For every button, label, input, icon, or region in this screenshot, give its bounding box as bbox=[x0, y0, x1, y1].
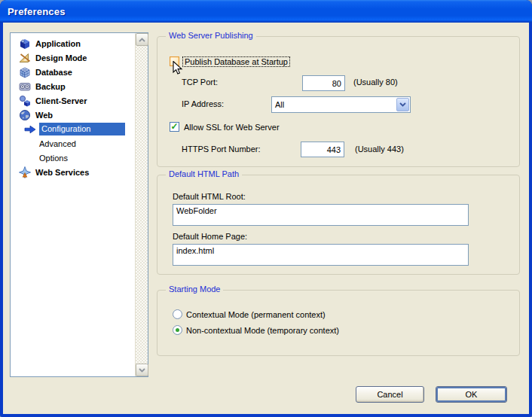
chevron-up-icon bbox=[139, 38, 145, 42]
web-globe-icon bbox=[18, 109, 31, 121]
sidebar-item-design-mode[interactable]: Design Mode bbox=[11, 50, 135, 65]
tcp-port-input[interactable] bbox=[302, 75, 345, 91]
default-html-root-input[interactable]: WebFolder bbox=[173, 204, 469, 226]
tcp-port-label: TCP Port: bbox=[182, 78, 218, 87]
contextual-mode-radio-label[interactable]: Contextual Mode (permanent context) bbox=[186, 310, 326, 319]
dialog-body: ApplicationDesign ModeDatabaseBackupClie… bbox=[3, 23, 529, 414]
allow-ssl-checkbox-label[interactable]: Allow SSL for Web Server bbox=[184, 123, 280, 132]
ip-address-select[interactable]: All bbox=[271, 96, 411, 113]
scroll-down-button[interactable] bbox=[136, 364, 148, 376]
publish-database-checkbox[interactable] bbox=[170, 56, 179, 66]
database-cube-icon bbox=[18, 66, 31, 78]
sidebar-item-web-services[interactable]: Web Services bbox=[11, 165, 135, 179]
sidebar-item-label: Backup bbox=[35, 82, 66, 91]
sidebar-item-label: Advanced bbox=[39, 139, 76, 148]
cancel-button[interactable]: Cancel bbox=[356, 386, 424, 403]
https-port-hint: (Usually 443) bbox=[355, 145, 404, 154]
client-server-icon bbox=[18, 95, 31, 107]
allow-ssl-checkbox[interactable] bbox=[170, 122, 179, 132]
default-home-page-input[interactable]: index.html bbox=[173, 244, 469, 266]
https-port-label: HTTPS Port Number: bbox=[182, 145, 261, 154]
web-services-icon bbox=[18, 166, 31, 178]
publish-database-checkbox-label[interactable]: Publish Database at Startup bbox=[182, 56, 290, 67]
non-contextual-mode-radio[interactable] bbox=[173, 325, 182, 335]
sidebar-item-web[interactable]: Web bbox=[11, 108, 135, 122]
contextual-mode-radio[interactable] bbox=[173, 309, 182, 319]
ok-button[interactable]: OK bbox=[436, 386, 507, 403]
sidebar-item-application[interactable]: Application bbox=[11, 36, 135, 50]
sidebar-item-label: Client-Server bbox=[35, 96, 87, 105]
tcp-port-hint: (Usually 80) bbox=[353, 78, 398, 87]
sidebar-item-label: Web bbox=[35, 111, 53, 120]
sidebar-item-configuration[interactable]: Configuration bbox=[11, 122, 135, 136]
window-title: Preferences bbox=[0, 6, 66, 17]
sidebar-item-label: Design Mode bbox=[35, 53, 87, 62]
ip-address-selected-value: All bbox=[272, 100, 396, 109]
chevron-down-icon bbox=[399, 102, 406, 107]
ip-address-dropdown-button[interactable] bbox=[396, 98, 409, 111]
default-home-page-label: Default Home Page: bbox=[173, 232, 247, 241]
preferences-tree: ApplicationDesign ModeDatabaseBackupClie… bbox=[11, 33, 135, 376]
sidebar-item-label: Database bbox=[35, 68, 72, 77]
sidebar-scrollbar[interactable] bbox=[135, 33, 148, 376]
sidebar-item-label: Web Services bbox=[35, 168, 89, 177]
chevron-down-icon bbox=[139, 368, 145, 373]
application-cube-icon bbox=[18, 38, 31, 50]
title-bar[interactable]: Preferences bbox=[0, 0, 532, 23]
preferences-dialog: Preferences ApplicationDesign ModeDataba… bbox=[0, 0, 532, 417]
sidebar-item-database[interactable]: Database bbox=[11, 65, 135, 79]
sidebar-item-label: Options bbox=[39, 154, 68, 163]
tree-icon-spacer bbox=[23, 138, 36, 150]
starting-mode-group: Starting Mode Contextual Mode (permanent… bbox=[157, 290, 520, 356]
preferences-category-list: ApplicationDesign ModeDatabaseBackupClie… bbox=[10, 32, 148, 377]
backup-icon bbox=[18, 81, 31, 93]
sidebar-item-label: Application bbox=[35, 39, 81, 48]
default-html-root-label: Default HTML Root: bbox=[173, 192, 246, 201]
group-legend: Starting Mode bbox=[166, 285, 223, 294]
group-legend: Default HTML Path bbox=[166, 169, 242, 178]
sidebar-item-client-server[interactable]: Client-Server bbox=[11, 93, 135, 108]
scroll-up-button[interactable] bbox=[136, 33, 148, 46]
default-html-path-group: Default HTML Path Default HTML Root: Web… bbox=[157, 175, 520, 275]
sidebar-item-backup[interactable]: Backup bbox=[11, 79, 135, 93]
web-server-publishing-group: Web Server Publishing Publish Database a… bbox=[157, 36, 520, 167]
https-port-input[interactable] bbox=[301, 142, 344, 157]
group-legend: Web Server Publishing bbox=[166, 31, 256, 40]
sidebar-item-advanced[interactable]: Advanced bbox=[11, 136, 135, 151]
sidebar-item-options[interactable]: Options bbox=[11, 151, 135, 165]
current-page-arrow-icon bbox=[23, 123, 36, 135]
design-mode-icon bbox=[18, 52, 31, 64]
tree-icon-spacer bbox=[23, 152, 36, 164]
ip-address-label: IP Address: bbox=[182, 99, 224, 108]
non-contextual-mode-radio-label[interactable]: Non-contextual Mode (temporary context) bbox=[186, 326, 339, 335]
sidebar-item-label: Configuration bbox=[39, 123, 125, 135]
